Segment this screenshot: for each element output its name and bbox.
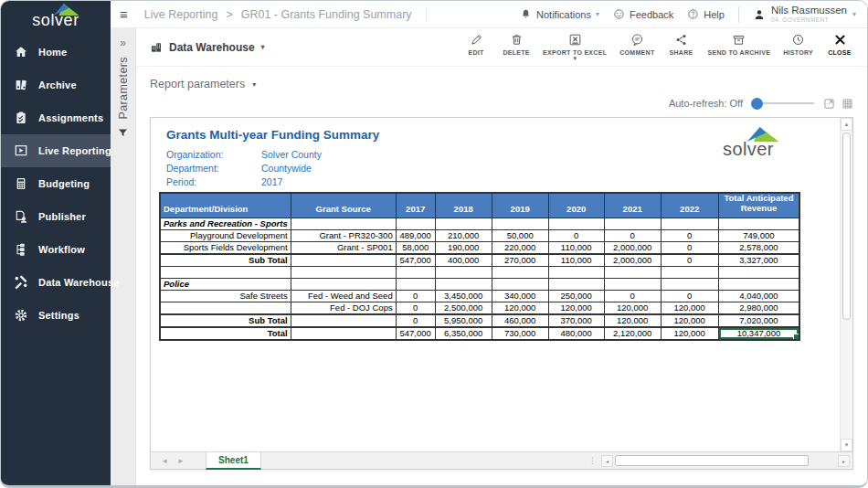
- table-cell[interactable]: 120,000: [548, 302, 604, 314]
- table-cell[interactable]: Fed - Weed and Seed: [291, 290, 396, 302]
- notifications-button[interactable]: Notifications ▾: [520, 8, 599, 20]
- sidebar-item-home[interactable]: Home: [1, 36, 111, 69]
- table-header-cell[interactable]: 2018: [435, 193, 492, 217]
- table-cell[interactable]: 120,000: [604, 302, 661, 314]
- table-cell[interactable]: [661, 217, 718, 229]
- sidebar-item-live-reporting[interactable]: Live Reporting: [1, 134, 111, 167]
- table-cell[interactable]: Grant - PR320-300: [291, 229, 396, 241]
- open-new-window-icon[interactable]: [823, 98, 835, 110]
- table-cell[interactable]: 190,000: [435, 241, 492, 254]
- export-to-excel-button[interactable]: EXPORT TO EXCEL▾: [543, 33, 607, 61]
- table-cell[interactable]: 250,000: [548, 290, 604, 302]
- table-cell[interactable]: 749,000: [718, 229, 799, 241]
- sidebar-item-data-warehouse[interactable]: Data Warehouse: [1, 266, 111, 299]
- table-cell[interactable]: [396, 266, 435, 278]
- splitter-handle-icon[interactable]: ⋮: [588, 456, 597, 465]
- grid-view-icon[interactable]: [842, 98, 853, 110]
- table-cell[interactable]: 460,000: [492, 314, 548, 327]
- table-cell[interactable]: [291, 266, 396, 278]
- breadcrumb-section[interactable]: Live Reporting: [144, 8, 218, 21]
- table-cell[interactable]: 0: [604, 229, 661, 241]
- table-cell[interactable]: 50,000: [492, 229, 548, 241]
- feedback-button[interactable]: Feedback: [613, 8, 673, 20]
- table-cell[interactable]: 4,040,000: [718, 290, 799, 302]
- delete-button[interactable]: DELETE: [503, 33, 530, 56]
- table-cell[interactable]: Police: [160, 278, 291, 290]
- sidebar-item-archive[interactable]: Archive: [1, 69, 111, 101]
- table-cell[interactable]: [291, 278, 396, 290]
- table-cell[interactable]: 0: [548, 229, 604, 241]
- table-cell[interactable]: Grant - SP001: [291, 241, 396, 254]
- table-cell[interactable]: 110,000: [548, 254, 604, 267]
- table-cell[interactable]: [160, 266, 291, 278]
- table-cell[interactable]: Sub Total: [160, 314, 291, 327]
- table-header-cell[interactable]: Department/Division: [160, 193, 291, 217]
- table-header-cell[interactable]: 2017: [396, 193, 435, 217]
- table-cell[interactable]: 3,450,000: [435, 290, 492, 302]
- table-cell[interactable]: 0: [396, 290, 435, 302]
- table-cell[interactable]: [396, 217, 435, 229]
- table-cell[interactable]: 0: [661, 290, 718, 302]
- table-cell[interactable]: 400,000: [435, 254, 492, 267]
- user-menu[interactable]: Nils Rasmussen 04. GOVERNMENT ▾: [753, 5, 856, 23]
- table-cell[interactable]: [718, 278, 799, 290]
- table-cell[interactable]: Sports Fields Development: [160, 241, 291, 254]
- table-cell[interactable]: Playground Development: [160, 229, 291, 241]
- next-sheet-icon[interactable]: ▸: [179, 456, 184, 465]
- comment-button[interactable]: COMMENT: [619, 33, 654, 56]
- table-header-cell[interactable]: 2021: [604, 193, 661, 217]
- table-cell[interactable]: [604, 278, 661, 290]
- table-cell[interactable]: 489,000: [396, 229, 435, 241]
- table-cell[interactable]: [291, 254, 396, 267]
- table-header-cell[interactable]: 2022: [661, 193, 718, 217]
- table-cell[interactable]: [492, 266, 548, 278]
- filter-icon[interactable]: [117, 127, 129, 139]
- table-cell[interactable]: [604, 217, 661, 229]
- table-cell[interactable]: [492, 217, 548, 229]
- table-cell[interactable]: 0: [661, 254, 718, 267]
- data-source-dropdown[interactable]: Data Warehouse ▾: [150, 41, 265, 54]
- table-cell[interactable]: 2,578,000: [718, 241, 799, 254]
- table-cell[interactable]: [435, 217, 492, 229]
- table-cell[interactable]: 120,000: [604, 314, 661, 327]
- table-cell[interactable]: Fed - DOJ Cops: [291, 302, 396, 314]
- slider-knob[interactable]: [751, 98, 763, 110]
- table-cell[interactable]: [548, 217, 604, 229]
- table-cell[interactable]: [492, 278, 548, 290]
- table-cell[interactable]: Safe Streets: [160, 290, 291, 302]
- table-cell[interactable]: 0: [661, 241, 718, 254]
- scroll-down-button[interactable]: ▾: [841, 439, 852, 451]
- table-cell[interactable]: [604, 266, 661, 278]
- share-button[interactable]: SHARE: [667, 33, 694, 56]
- table-cell[interactable]: 2,500,000: [435, 302, 492, 314]
- auto-refresh-slider[interactable]: [752, 102, 814, 104]
- sidebar-item-settings[interactable]: Settings: [1, 299, 111, 332]
- table-cell[interactable]: [548, 278, 604, 290]
- table-cell[interactable]: [548, 266, 604, 278]
- table-cell[interactable]: 10,347,000: [718, 327, 799, 340]
- table-header-cell[interactable]: Grant Source: [291, 193, 396, 217]
- sidebar-item-assignments[interactable]: Assignments: [1, 101, 111, 134]
- table-cell[interactable]: 2,120,000: [604, 327, 661, 340]
- sidebar-item-workflow[interactable]: Workflow: [1, 233, 111, 266]
- previous-sheet-icon[interactable]: ◂: [163, 456, 167, 465]
- table-cell[interactable]: 120,000: [661, 302, 718, 314]
- table-cell[interactable]: 0: [396, 314, 435, 327]
- table-cell[interactable]: 370,000: [548, 314, 604, 327]
- table-header-cell[interactable]: 2019: [492, 193, 548, 217]
- table-cell[interactable]: 2,980,000: [718, 302, 799, 314]
- sidebar-item-publisher[interactable]: Publisher: [1, 200, 111, 233]
- table-cell[interactable]: [718, 266, 799, 278]
- send-to-archive-button[interactable]: SEND TO ARCHIVE: [707, 33, 770, 56]
- table-cell[interactable]: 7,020,000: [718, 314, 799, 327]
- table-cell[interactable]: [661, 278, 718, 290]
- table-cell[interactable]: 0: [604, 290, 661, 302]
- table-header-cell[interactable]: 2020: [548, 193, 604, 217]
- table-cell[interactable]: 730,000: [492, 327, 548, 340]
- parameters-panel[interactable]: » Parameters: [111, 28, 136, 485]
- vertical-scrollbar[interactable]: ▴ ▾: [840, 118, 852, 451]
- table-cell[interactable]: 2,000,000: [604, 241, 661, 254]
- table-cell[interactable]: 5,950,000: [435, 314, 492, 327]
- table-cell[interactable]: [435, 266, 492, 278]
- table-cell[interactable]: 0: [396, 302, 435, 314]
